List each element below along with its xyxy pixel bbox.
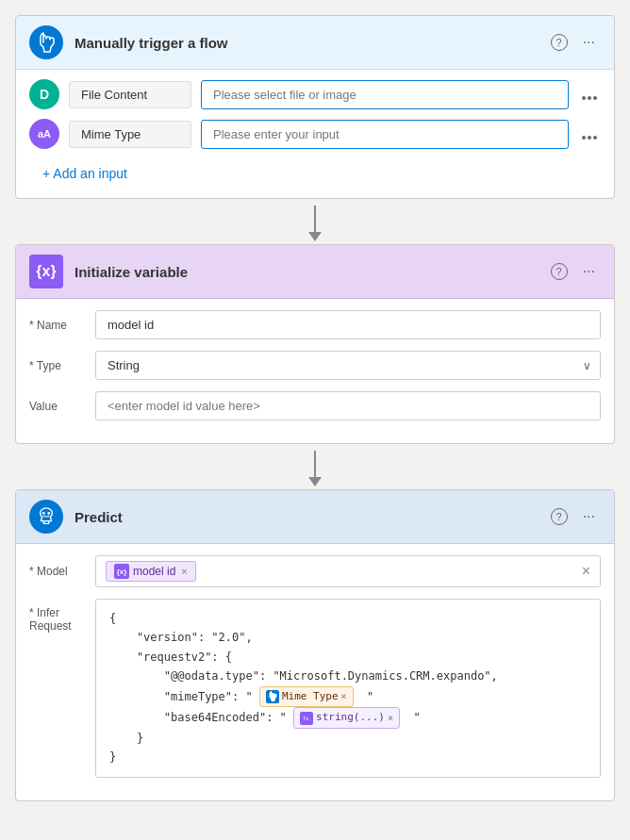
predict-body: * Model {x} model id × × * Infer Request… bbox=[16, 544, 614, 800]
mime-type-more[interactable] bbox=[578, 124, 601, 144]
mime-type-tag: Mime Type × bbox=[259, 686, 354, 708]
predict-help-icon[interactable]: ? bbox=[551, 508, 568, 525]
mime-type-row: aA Mime Type bbox=[29, 119, 601, 149]
trigger-more-button[interactable]: ··· bbox=[577, 32, 601, 53]
type-select-wrapper: String Integer Float Boolean Array Objec… bbox=[95, 351, 601, 380]
code-line-4: "@@odata.type": "Microsoft.Dynamics.CRM.… bbox=[109, 667, 587, 685]
string-tag-label: string(...) bbox=[316, 709, 385, 727]
file-content-input[interactable] bbox=[201, 80, 569, 109]
init-help-icon[interactable]: ? bbox=[551, 263, 568, 280]
func-tag-icon: fx bbox=[300, 712, 313, 725]
string-tag-close[interactable]: × bbox=[388, 710, 393, 726]
trigger-header: Manually trigger a flow ? ··· bbox=[16, 16, 614, 70]
trigger-title: Manually trigger a flow bbox=[75, 35, 551, 51]
file-content-label: File Content bbox=[69, 81, 191, 108]
svg-text:fx: fx bbox=[303, 715, 309, 720]
type-select[interactable]: String Integer Float Boolean Array Objec… bbox=[95, 351, 601, 380]
code-line-3: "requestv2": { bbox=[109, 648, 587, 667]
mime-tag-label: Mime Type bbox=[282, 688, 339, 706]
model-row: * Model {x} model id × × bbox=[29, 555, 601, 587]
arrow-2 bbox=[15, 448, 615, 489]
infer-code-area[interactable]: { "version": "2.0", "requestv2": { "@@od… bbox=[95, 599, 601, 778]
predict-actions: ? ··· bbox=[551, 506, 601, 527]
type-row: * Type String Integer Float Boolean Arra… bbox=[29, 351, 601, 380]
model-tag-close[interactable]: × bbox=[181, 566, 187, 577]
init-actions: ? ··· bbox=[551, 261, 601, 282]
type-label: * Type bbox=[29, 359, 86, 372]
name-row: * Name bbox=[29, 310, 601, 339]
trigger-actions: ? ··· bbox=[551, 32, 601, 53]
trigger-icon bbox=[29, 25, 63, 59]
init-header: {x} Initialize variable ? ··· bbox=[16, 245, 614, 299]
predict-title: Predict bbox=[75, 509, 551, 525]
model-tag: {x} model id × bbox=[106, 561, 196, 582]
predict-header: Predict ? ··· bbox=[16, 490, 614, 544]
infer-label: * Infer Request bbox=[29, 599, 86, 633]
model-tag-label: model id bbox=[133, 565, 175, 578]
add-input-label: + Add an input bbox=[42, 166, 127, 181]
svg-point-0 bbox=[42, 512, 45, 515]
code-line-2: "version": "2.0", bbox=[109, 628, 587, 647]
predict-icon bbox=[29, 500, 63, 534]
name-label: * Name bbox=[29, 319, 86, 332]
mime-type-label: Mime Type bbox=[69, 121, 191, 148]
predict-card: Predict ? ··· * Model {x} model id × × *… bbox=[15, 489, 615, 801]
infer-request-row: * Infer Request { "version": "2.0", "req… bbox=[29, 599, 601, 778]
code-line-5: "mimeType": " Mime Type × " bbox=[109, 686, 587, 708]
init-icon: {x} bbox=[29, 255, 63, 288]
mime-type-icon: aA bbox=[29, 119, 59, 149]
add-input-row[interactable]: + Add an input bbox=[29, 158, 601, 189]
code-line-7: } bbox=[109, 729, 587, 748]
predict-more-button[interactable]: ··· bbox=[577, 506, 601, 527]
init-title: Initialize variable bbox=[75, 264, 551, 280]
value-label: Value bbox=[29, 400, 86, 413]
code-line-8: } bbox=[109, 748, 587, 766]
init-body: * Name * Type String Integer Float Boole… bbox=[16, 299, 614, 443]
trigger-help-icon[interactable]: ? bbox=[551, 34, 568, 51]
code-line-1: { bbox=[109, 609, 587, 628]
init-variable-card: {x} Initialize variable ? ··· * Name * T… bbox=[15, 244, 615, 444]
model-label: * Model bbox=[29, 565, 86, 578]
value-row: Value bbox=[29, 391, 601, 420]
string-func-tag: fx string(...) × bbox=[293, 707, 400, 729]
mime-tag-close[interactable]: × bbox=[341, 688, 347, 704]
file-content-row: D File Content bbox=[29, 79, 601, 109]
file-content-more[interactable] bbox=[578, 85, 601, 105]
init-more-button[interactable]: ··· bbox=[577, 261, 601, 282]
model-clear-button[interactable]: × bbox=[582, 563, 590, 580]
mime-type-input[interactable] bbox=[201, 120, 569, 149]
trigger-card: Manually trigger a flow ? ··· D File Con… bbox=[15, 15, 615, 199]
trigger-body: D File Content aA Mime Type + Add an inp… bbox=[16, 70, 614, 198]
arrow-1 bbox=[15, 203, 615, 244]
model-tag-icon: {x} bbox=[114, 564, 129, 579]
file-content-icon: D bbox=[29, 79, 59, 109]
model-field[interactable]: {x} model id × × bbox=[95, 555, 601, 587]
code-line-6: "base64Encoded": " fx string(...) × " bbox=[109, 707, 587, 729]
name-input[interactable] bbox=[95, 310, 601, 339]
mime-tag-trigger-icon bbox=[266, 690, 279, 703]
svg-point-1 bbox=[47, 512, 50, 515]
value-input[interactable] bbox=[95, 391, 601, 420]
